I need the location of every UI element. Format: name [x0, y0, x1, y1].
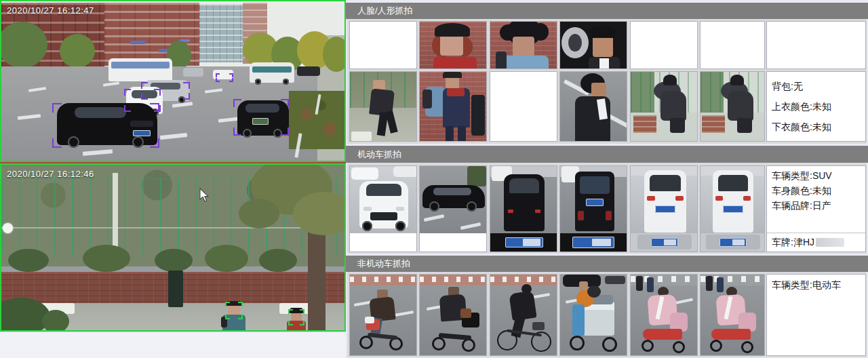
nonmotor-capture-cell[interactable]: [419, 274, 487, 356]
vehicle-attr-plate: 车牌:津HJ: [772, 237, 814, 249]
vehicle-attr-brand: 车辆品牌:日产: [772, 198, 865, 213]
vehicle-detection-box: [216, 73, 233, 82]
vehicle-capture-cell[interactable]: [490, 165, 557, 252]
park-scene-art: [1, 165, 344, 330]
vehicle-attr-color: 车身颜色:未知: [772, 183, 865, 198]
face-capture-cell[interactable]: [490, 21, 557, 69]
vehicle-capture-cell[interactable]: [419, 165, 487, 252]
vehicle-detection-box: [233, 99, 289, 136]
nonmotor-attr-type: 车辆类型:电动车: [772, 277, 865, 293]
vehicle-detail-thumbnail[interactable]: [700, 165, 765, 252]
face-detail-thumbnail[interactable]: [700, 71, 765, 142]
body-capture-cell-empty[interactable]: [490, 71, 557, 142]
mouse-cursor: [199, 188, 210, 205]
nonmotor-panel-title: 非机动车抓拍: [357, 258, 410, 270]
face-detail-empty-cell: [766, 21, 866, 69]
nonmotor-capture-cell[interactable]: [559, 274, 627, 356]
capture-results-panel: 人脸/人形抓拍: [346, 0, 868, 358]
video-feed-street[interactable]: 2020/10/27 16:12:47: [0, 0, 346, 162]
body-capture-cell[interactable]: [559, 71, 627, 142]
face-capture-cell[interactable]: [559, 21, 627, 69]
face-panel-title: 人脸/人形抓拍: [357, 5, 413, 17]
vehicle-detail-attributes: 车辆类型:SUV 车身颜色:未知 车辆品牌:日产 车牌:津HJ: [766, 165, 866, 252]
body-capture-cell[interactable]: [349, 71, 417, 142]
face-detection-box: [225, 302, 243, 319]
vehicle-capture-cell[interactable]: [349, 165, 417, 252]
timestamp-overlay: 2020/10/27 16:12:47: [7, 5, 94, 16]
timestamp-overlay: 2020/10/27 16:12:46: [7, 169, 94, 179]
face-panel-header: 人脸/人形抓拍: [346, 3, 868, 19]
face-attr-top-color: 上衣颜色:未知: [772, 96, 865, 117]
face-attr-backpack: 背包:无: [772, 76, 865, 96]
vehicle-panel-header: 机动车抓拍: [346, 146, 868, 163]
nonmotor-detail-thumbnail[interactable]: [700, 274, 765, 356]
face-detection-box: [288, 309, 304, 325]
face-attr-bottom-color: 下衣颜色:未知: [772, 117, 865, 137]
face-capture-cell-empty[interactable]: [630, 21, 698, 69]
face-detail-empty-cell: [700, 21, 765, 69]
vehicle-detection-box: [141, 82, 190, 100]
plate-blur: [816, 238, 844, 247]
nvr-live-view-window: 2020/10/27 16:12:47: [0, 0, 868, 358]
body-capture-cell[interactable]: [630, 71, 698, 142]
nonmotor-panel-header: 非机动车抓拍: [346, 256, 868, 272]
face-detail-attributes: 背包:无 上衣颜色:未知 下衣颜色:未知: [766, 71, 866, 142]
vehicle-capture-cell[interactable]: [630, 165, 698, 252]
vehicle-attr-type: 车辆类型:SUV: [772, 168, 865, 183]
nonmotor-capture-cell[interactable]: [630, 274, 698, 356]
face-capture-cell[interactable]: [419, 21, 487, 69]
nonmotor-detail-attributes: 车辆类型:电动车: [766, 274, 866, 356]
nonmotor-capture-cell[interactable]: [349, 274, 417, 356]
playback-control-bar: [0, 332, 346, 358]
video-feed-park[interactable]: 2020/10/27 16:12:46: [0, 163, 346, 332]
vehicle-capture-cell[interactable]: [559, 165, 627, 252]
face-capture-cell-empty[interactable]: [349, 21, 417, 69]
body-capture-cell[interactable]: [419, 71, 487, 142]
nonmotor-capture-cell[interactable]: [490, 274, 557, 356]
vehicle-panel-title: 机动车抓拍: [357, 148, 401, 161]
street-scene-art: [1, 1, 344, 161]
